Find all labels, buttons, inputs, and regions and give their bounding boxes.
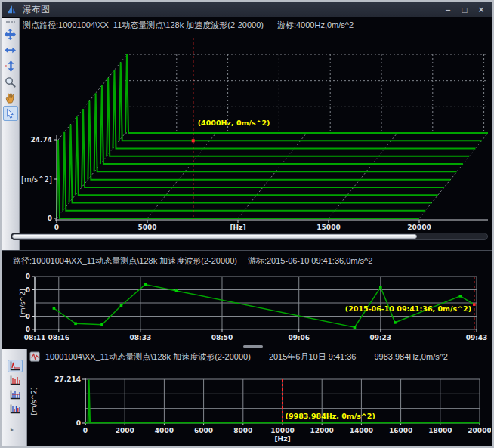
svg-text:(2015-06-10 09:41:36, 0m/s^2): (2015-06-10 09:41:36, 0m/s^2) [345, 304, 471, 313]
spectrum-chart[interactable]: 27.2140[m/s^2](9983.984Hz, 0m/s^2)020004… [27, 365, 491, 443]
spectrum-path-label: 10001004\XX_11动态量测点\128k 加速度波形(2-20000) [45, 351, 251, 363]
svg-text:20000: 20000 [468, 427, 491, 434]
trend-header: 路径:10001004\XX_11动态量测点\128k 加速度波形(2-2000… [13, 255, 372, 266]
plot-type-red-bars-icon[interactable] [8, 374, 23, 387]
svg-text:(9983.984Hz, 0m/s^2): (9983.984Hz, 0m/s^2) [286, 412, 375, 420]
left-toolbar [2, 18, 20, 251]
svg-text:0: 0 [26, 326, 30, 333]
svg-text:0: 0 [26, 273, 30, 280]
svg-text:5000: 5000 [137, 224, 156, 231]
svg-text:09:23: 09:23 [369, 334, 391, 341]
svg-text:[Hz]: [Hz] [230, 224, 246, 231]
pan-move-icon[interactable] [3, 26, 18, 42]
svg-text:0: 0 [76, 419, 81, 427]
svg-text:16000: 16000 [389, 427, 412, 434]
plot-type-line-icon[interactable] [8, 360, 23, 372]
waterfall-cursor-label: 游标:4000Hz,0m/s^2 [277, 20, 354, 31]
svg-text:0: 0 [48, 215, 52, 222]
svg-text:18000: 18000 [428, 427, 452, 434]
svg-text:14000: 14000 [350, 427, 373, 434]
minimize-button[interactable]: – [441, 5, 455, 15]
svg-text:[m/s^2]: [m/s^2] [19, 289, 26, 317]
svg-text:08:11: 08:11 [24, 334, 46, 341]
spectrum-header: 10001004\XX_11动态量测点\128k 加速度波形(2-20000) … [29, 351, 448, 363]
svg-text:4000: 4000 [155, 427, 174, 434]
svg-text:[Hz]: [Hz] [275, 435, 291, 443]
svg-text:24.74: 24.74 [31, 136, 52, 144]
svg-text:09:06: 09:06 [288, 334, 310, 341]
spectrum-datetime-label: 2015年6月10日 9:41:36 [269, 351, 357, 363]
titlebar[interactable]: 瀑布图 – □ × [2, 2, 492, 17]
hand-pan-icon[interactable] [3, 90, 18, 105]
waterfall-scrollbar[interactable] [11, 233, 488, 240]
vertical-zoom-icon[interactable] [3, 58, 18, 73]
magnifier-icon[interactable] [3, 74, 18, 89]
select-cursor-icon[interactable] [3, 106, 18, 121]
svg-text:2000: 2000 [116, 427, 134, 434]
svg-text:[m/s^2]: [m/s^2] [30, 388, 38, 416]
toolbar-overflow-icon[interactable]: ▸ [11, 426, 26, 433]
svg-text:(4000Hz, 0m/s^2): (4000Hz, 0m/s^2) [198, 119, 270, 127]
svg-text:0: 0 [54, 224, 59, 231]
scrollbar-thumb[interactable] [12, 234, 417, 239]
svg-text:15000: 15000 [316, 224, 340, 231]
trend-path-label: 路径:10001004\XX_11动态量测点\128k 加速度波形(2-2000… [13, 255, 237, 267]
svg-text:08:33: 08:33 [130, 334, 152, 341]
svg-text:09:43: 09:43 [466, 334, 488, 341]
plot-type-blue-bars-icon[interactable] [8, 388, 23, 401]
maximize-button[interactable]: □ [458, 5, 471, 15]
spectrum-cursor-label: 9983.984Hz,0m/s^2 [374, 352, 448, 361]
trend-cursor-label: 游标:2015-06-10 09:41:36,0m/s^2 [248, 255, 372, 267]
trend-chart[interactable]: 0000[m/s^2](2015-06-10 09:41:36, 0m/s^2)… [2, 267, 491, 348]
svg-text:08:16: 08:16 [48, 334, 69, 341]
waterfall-header: 测点路径:10001004\XX_11动态量测点\128k 加速度波形(2-20… [23, 20, 354, 30]
svg-text:[m/s^2]: [m/s^2] [21, 175, 52, 184]
svg-text:08:50: 08:50 [211, 334, 233, 341]
window-title: 瀑布图 [23, 3, 50, 16]
app-logo-icon [6, 4, 18, 16]
horizontal-zoom-icon[interactable] [3, 42, 18, 57]
spectrum-file-icon [29, 351, 42, 363]
spectrum-toolbar: ▸ [2, 349, 27, 446]
svg-text:0: 0 [83, 427, 88, 434]
waterfall-path-label: 测点路径:10001004\XX_11动态量测点\128k 加速度波形(2-20… [23, 20, 264, 31]
toolbar-grip[interactable] [6, 21, 15, 23]
close-button[interactable]: × [474, 5, 488, 15]
waterfall-chart[interactable]: 024.74[m/s^2]05000[Hz]1500020000(4000Hz,… [20, 32, 489, 233]
waterfall-window: 瀑布图 – □ × [0, 0, 494, 448]
section-divider [2, 250, 492, 251]
svg-text:10000: 10000 [270, 427, 294, 434]
svg-text:27.214: 27.214 [54, 375, 81, 383]
splitter-handle[interactable] [243, 345, 263, 348]
svg-text:12000: 12000 [310, 427, 334, 434]
plot-type-mixed-bars-icon[interactable] [8, 403, 23, 416]
svg-text:6000: 6000 [194, 427, 213, 434]
svg-text:20000: 20000 [407, 224, 431, 231]
svg-text:8000: 8000 [233, 427, 252, 434]
